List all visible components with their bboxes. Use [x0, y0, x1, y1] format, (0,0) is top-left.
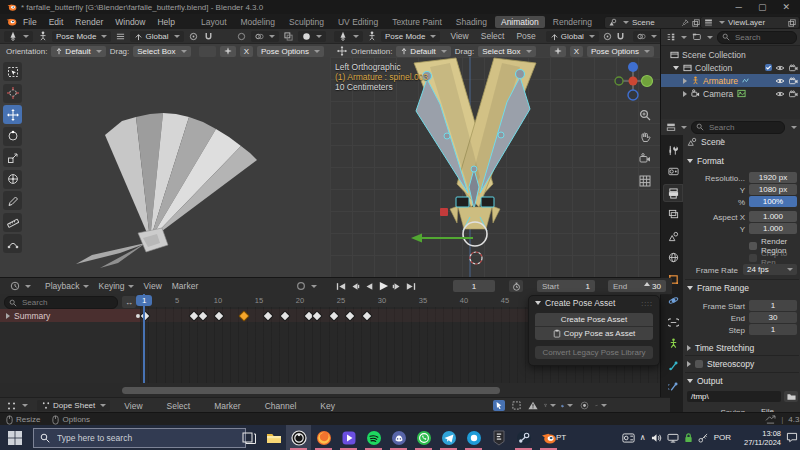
usb-key-icon[interactable] [698, 433, 709, 443]
camera-view-icon[interactable] [637, 151, 652, 166]
transform-orientation-right[interactable]: Global [546, 31, 599, 42]
obs-taskbar-icon[interactable] [286, 425, 311, 450]
pin-icon[interactable] [717, 138, 725, 146]
proportional-edit-icon[interactable] [561, 400, 573, 411]
frame-start-field[interactable]: Start1 [537, 280, 595, 292]
properties-tab-view-layer[interactable] [663, 206, 683, 224]
next-keyframe-button[interactable] [391, 281, 403, 292]
time-stretching-panel-header[interactable]: Time Stretching [687, 343, 798, 353]
workspace-tab-animation[interactable]: Animation [495, 16, 545, 28]
skype-taskbar-icon[interactable] [461, 425, 486, 450]
panel-grip-icon[interactable]: :::: [641, 300, 653, 307]
clock[interactable]: 13:08 27/11/2024 [736, 429, 781, 447]
snap-magnet-icon[interactable] [616, 31, 625, 42]
dope-mode-dropdown[interactable]: Dope Sheet [37, 400, 110, 411]
menu-help[interactable]: Help [151, 17, 180, 27]
region-collapse-icon[interactable] [644, 282, 650, 286]
menu-window[interactable]: Window [109, 17, 151, 27]
frame-end-field[interactable]: End30 [608, 280, 666, 292]
editor-type-selector[interactable] [4, 31, 33, 42]
whatsapp-taskbar-icon[interactable] [411, 425, 436, 450]
expand-icon[interactable] [683, 91, 687, 97]
jump-to-start-button[interactable] [335, 281, 347, 292]
pose-asset-panel-header[interactable]: Create Pose Asset :::: [529, 296, 659, 310]
select-cursor-icon[interactable] [493, 400, 505, 411]
hide-eye-icon[interactable] [775, 63, 785, 73]
minimize-button[interactable]: ─ [736, 0, 742, 14]
zoom-view-icon[interactable] [637, 107, 652, 122]
frame-rate-dropdown[interactable]: 24 fps [743, 264, 797, 275]
gizmo-toggle[interactable] [550, 46, 566, 57]
menu-file[interactable]: File [17, 17, 43, 27]
hamburger-icon[interactable] [115, 31, 126, 42]
frame-start-field[interactable]: 1 [749, 300, 797, 311]
workspace-tab-sculpting[interactable]: Sculpting [283, 16, 330, 28]
play-button[interactable] [377, 281, 389, 292]
pose-options-dropdown[interactable]: Pose Options [257, 46, 324, 57]
clear-constraint-button[interactable]: X [570, 46, 583, 57]
spotify-taskbar-icon[interactable] [361, 425, 386, 450]
movie-tray-icon[interactable] [622, 433, 635, 443]
expand-icon[interactable] [6, 313, 10, 319]
stereoscopy-checkbox[interactable] [695, 360, 703, 368]
maximize-button[interactable]: ▢ [758, 0, 767, 14]
viewport-menu-select[interactable]: Select [475, 31, 511, 41]
outliner-row-collection[interactable]: Collection [661, 61, 800, 74]
epic-games-taskbar-icon[interactable] [486, 425, 511, 450]
resolution-x-field[interactable]: 1920 px [749, 172, 797, 183]
channel-search-input[interactable] [20, 297, 113, 308]
workspace-tab-texture-paint[interactable]: Texture Paint [386, 16, 448, 28]
measure-tool[interactable] [3, 213, 22, 232]
outliner-row-scene-collection[interactable]: Scene Collection [661, 48, 800, 61]
timeline-menu-keying[interactable]: Keying [99, 281, 134, 291]
render-camera-icon[interactable] [788, 76, 798, 86]
play-reverse-button[interactable] [363, 281, 375, 292]
pose-options-dropdown[interactable]: Pose Options [587, 46, 654, 57]
workspace-tab-modeling[interactable]: Modeling [235, 16, 282, 28]
taskbar-search[interactable] [33, 428, 246, 448]
stereoscopy-panel-header[interactable]: Stereoscopy [687, 359, 798, 369]
outliner-search[interactable] [717, 31, 797, 44]
frame-step-field[interactable]: 1 [749, 324, 797, 335]
properties-tab-world[interactable] [663, 249, 683, 267]
rotate-tool[interactable] [3, 127, 22, 146]
mode-selector[interactable]: Pose Mode [381, 31, 440, 42]
overlays-dropdown[interactable] [633, 31, 661, 42]
hide-eye-icon[interactable] [775, 76, 785, 86]
summary-channel[interactable]: Summary [0, 309, 146, 322]
select-box-tool[interactable] [3, 62, 22, 81]
cursor-tool[interactable] [3, 84, 22, 103]
navigation-gizmo[interactable] [611, 59, 655, 103]
aspect-y-field[interactable]: 1.000 [749, 223, 797, 234]
expand-icon[interactable] [673, 66, 679, 70]
properties-search[interactable] [691, 121, 785, 134]
properties-tab-scene[interactable] [663, 227, 683, 245]
annotate-tool[interactable] [3, 191, 22, 210]
grid-view-icon[interactable] [637, 173, 652, 188]
outliner-row-camera[interactable]: Camera [661, 87, 800, 100]
timeline-menu-view[interactable]: View [144, 281, 162, 291]
format-panel-header[interactable]: Format [687, 156, 798, 166]
snap-icon[interactable] [578, 400, 590, 411]
current-frame-badge[interactable]: 1 [136, 295, 152, 306]
resolution-percent-field[interactable]: 100% [749, 196, 797, 207]
gizmo-toggle[interactable] [220, 46, 236, 57]
interpolation-curve-icon[interactable] [595, 400, 607, 411]
filter-funnel-icon[interactable] [544, 400, 556, 411]
stopwatch-icon[interactable] [509, 280, 523, 292]
create-pose-asset-button[interactable]: Create Pose Asset [535, 313, 653, 327]
orientation-select[interactable]: Default [51, 46, 105, 57]
properties-tab-bone[interactable] [663, 356, 683, 374]
drag-select[interactable]: Select Box [478, 46, 535, 57]
filter-toggle-button[interactable]: ↔ [122, 296, 136, 308]
properties-tab-bone-constraint[interactable] [663, 378, 683, 396]
menu-edit[interactable]: Edit [43, 17, 70, 27]
workspace-tab-layout[interactable]: Layout [195, 16, 233, 28]
taskbar-search-input[interactable] [55, 432, 239, 444]
transform-tool[interactable] [3, 170, 22, 189]
properties-tab-tool[interactable] [663, 141, 683, 159]
timeline-editor-type[interactable] [6, 281, 35, 292]
pivot-icon[interactable] [603, 31, 612, 42]
notification-icon[interactable] [786, 432, 798, 443]
viewport-menu-view[interactable]: View [444, 31, 474, 41]
